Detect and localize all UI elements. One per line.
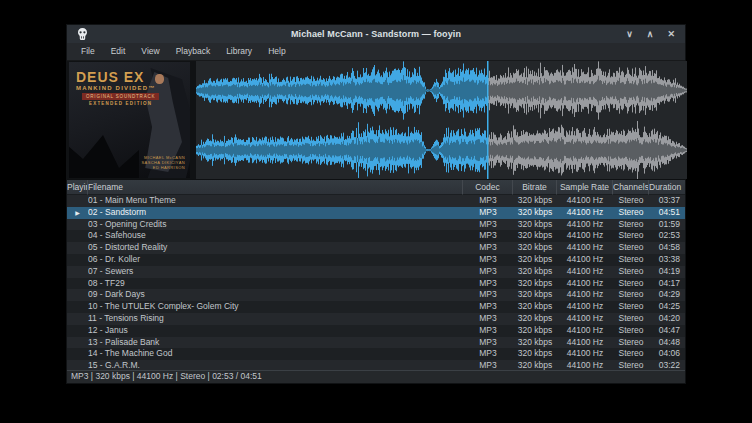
playlist-header: Playing Filename Codec Bitrate Sample Ra… xyxy=(67,180,685,195)
cell-sample-rate: 44100 Hz xyxy=(557,325,613,337)
cell-codec: MP3 xyxy=(463,301,513,313)
cell-sample-rate: 44100 Hz xyxy=(557,337,613,349)
cell-filename: 07 - Sewers xyxy=(88,266,463,278)
column-header-filename[interactable]: Filename xyxy=(88,180,463,195)
cell-duration: 04:17 xyxy=(649,278,685,290)
cell-bitrate: 320 kbps xyxy=(513,313,557,325)
column-header-duration[interactable]: Duration xyxy=(649,180,685,195)
cell-sample-rate: 44100 Hz xyxy=(557,266,613,278)
playlist: Playing Filename Codec Bitrate Sample Ra… xyxy=(67,179,685,370)
cell-duration: 04:51 xyxy=(649,207,685,219)
table-row[interactable]: 03 - Opening CreditsMP3320 kbps44100 HzS… xyxy=(67,219,685,231)
cell-codec: MP3 xyxy=(463,278,513,290)
play-icon: ▶ xyxy=(67,207,88,219)
fooyin-app-icon xyxy=(75,28,89,40)
cell-codec: MP3 xyxy=(463,219,513,231)
table-row[interactable]: 04 - SafehouseMP3320 kbps44100 HzStereo0… xyxy=(67,230,685,242)
cell-bitrate: 320 kbps xyxy=(513,325,557,337)
column-header-playing[interactable]: Playing xyxy=(67,180,88,195)
cell-playing xyxy=(67,337,88,349)
table-row[interactable]: ▶02 - SandstormMP3320 kbps44100 HzStereo… xyxy=(67,207,685,219)
art-subtitle: MANKIND DIVIDED™ xyxy=(76,85,156,91)
cell-playing xyxy=(67,195,88,207)
cell-channels: Stereo xyxy=(613,301,649,313)
menu-playback[interactable]: Playback xyxy=(168,43,219,60)
table-row[interactable]: 01 - Main Menu ThemeMP3320 kbps44100 HzS… xyxy=(67,195,685,207)
column-header-sample-rate[interactable]: Sample Rate xyxy=(557,180,613,195)
cell-codec: MP3 xyxy=(463,313,513,325)
cell-bitrate: 320 kbps xyxy=(513,230,557,242)
cell-duration: 03:22 xyxy=(649,360,685,370)
cell-codec: MP3 xyxy=(463,289,513,301)
cell-codec: MP3 xyxy=(463,254,513,266)
table-row[interactable]: 13 - Palisade BankMP3320 kbps44100 HzSte… xyxy=(67,337,685,349)
cell-bitrate: 320 kbps xyxy=(513,242,557,254)
column-header-codec[interactable]: Codec xyxy=(463,180,513,195)
menu-bar: File Edit View Playback Library Help xyxy=(67,43,685,61)
menu-help[interactable]: Help xyxy=(260,43,293,60)
cell-duration: 03:37 xyxy=(649,195,685,207)
cell-duration: 04:47 xyxy=(649,325,685,337)
table-row[interactable]: 08 - TF29MP3320 kbps44100 HzStereo04:17 xyxy=(67,278,685,290)
menu-file[interactable]: File xyxy=(73,43,103,60)
cell-filename: 14 - The Machine God xyxy=(88,348,463,360)
table-row[interactable]: 05 - Distorted RealityMP3320 kbps44100 H… xyxy=(67,242,685,254)
menu-edit[interactable]: Edit xyxy=(103,43,134,60)
table-row[interactable]: 11 - Tensions RisingMP3320 kbps44100 HzS… xyxy=(67,313,685,325)
cell-codec: MP3 xyxy=(463,325,513,337)
cell-sample-rate: 44100 Hz xyxy=(557,219,613,231)
cell-bitrate: 320 kbps xyxy=(513,360,557,370)
playlist-body: 01 - Main Menu ThemeMP3320 kbps44100 HzS… xyxy=(67,195,685,370)
cell-bitrate: 320 kbps xyxy=(513,195,557,207)
cell-bitrate: 320 kbps xyxy=(513,278,557,290)
cell-codec: MP3 xyxy=(463,242,513,254)
table-row[interactable]: 06 - Dr. KollerMP3320 kbps44100 HzStereo… xyxy=(67,254,685,266)
cell-duration: 01:59 xyxy=(649,219,685,231)
cell-playing xyxy=(67,289,88,301)
media-row: DEUS EX MANKIND DIVIDED™ ORIGINAL SOUNDT… xyxy=(67,61,685,179)
menu-view[interactable]: View xyxy=(133,43,167,60)
cell-channels: Stereo xyxy=(613,289,649,301)
title-bar[interactable]: Michael McCann - Sandstorm — fooyin ∨ ∧ … xyxy=(67,25,685,43)
table-row[interactable]: 07 - SewersMP3320 kbps44100 HzStereo04:1… xyxy=(67,266,685,278)
cell-channels: Stereo xyxy=(613,325,649,337)
status-text: MP3 | 320 kbps | 44100 Hz | Stereo | 02:… xyxy=(71,371,262,381)
cell-channels: Stereo xyxy=(613,278,649,290)
table-row[interactable]: 14 - The Machine GodMP3320 kbps44100 HzS… xyxy=(67,348,685,360)
cell-playing xyxy=(67,254,88,266)
cell-bitrate: 320 kbps xyxy=(513,301,557,313)
cell-playing xyxy=(67,325,88,337)
cell-filename: 10 - The UTULEK Complex- Golem City xyxy=(88,301,463,313)
cell-filename: 02 - Sandstorm xyxy=(88,207,463,219)
close-icon[interactable]: ✕ xyxy=(667,25,675,43)
cell-channels: Stereo xyxy=(613,230,649,242)
table-row[interactable]: 15 - G.A.R.M.MP3320 kbps44100 HzStereo03… xyxy=(67,360,685,370)
cell-channels: Stereo xyxy=(613,242,649,254)
cell-playing xyxy=(67,348,88,360)
art-character-head xyxy=(155,74,164,84)
column-header-bitrate[interactable]: Bitrate xyxy=(513,180,557,195)
minimize-icon[interactable]: ∨ xyxy=(626,25,633,43)
cell-bitrate: 320 kbps xyxy=(513,219,557,231)
waveform-seekbar[interactable] xyxy=(196,61,687,179)
cell-bitrate: 320 kbps xyxy=(513,266,557,278)
cell-filename: 15 - G.A.R.M. xyxy=(88,360,463,370)
table-row[interactable]: 12 - JanusMP3320 kbps44100 HzStereo04:47 xyxy=(67,325,685,337)
column-header-channels[interactable]: Channels xyxy=(613,180,649,195)
cell-codec: MP3 xyxy=(463,348,513,360)
menu-library[interactable]: Library xyxy=(218,43,260,60)
art-title: DEUS EX xyxy=(76,71,144,84)
cell-duration: 04:29 xyxy=(649,289,685,301)
cell-sample-rate: 44100 Hz xyxy=(557,301,613,313)
art-jagged-shape xyxy=(69,126,139,178)
cell-sample-rate: 44100 Hz xyxy=(557,207,613,219)
maximize-icon[interactable]: ∧ xyxy=(647,25,654,43)
window-controls: ∨ ∧ ✕ xyxy=(626,25,685,43)
table-row[interactable]: 10 - The UTULEK Complex- Golem CityMP332… xyxy=(67,301,685,313)
table-row[interactable]: 09 - Dark DaysMP3320 kbps44100 HzStereo0… xyxy=(67,289,685,301)
play-icon: ▶ xyxy=(75,210,80,216)
cell-channels: Stereo xyxy=(613,313,649,325)
cell-playing xyxy=(67,266,88,278)
cell-sample-rate: 44100 Hz xyxy=(557,289,613,301)
cell-channels: Stereo xyxy=(613,348,649,360)
